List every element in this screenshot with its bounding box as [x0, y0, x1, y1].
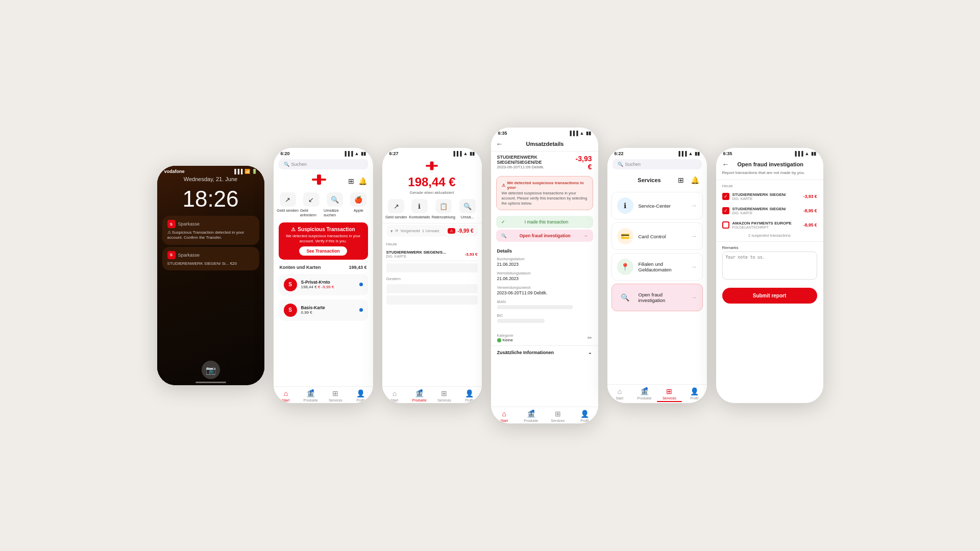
placeholder-row-2: [386, 284, 478, 293]
accounts-total: 199,43 €: [349, 265, 366, 270]
battery-icon: 🔋: [252, 169, 257, 174]
action-apple[interactable]: 🍎 Apple: [347, 192, 370, 217]
fraud-checkbox-3[interactable]: [722, 221, 729, 229]
home-indicator: [195, 382, 226, 383]
notification-transaction[interactable]: S Sparkasse STUDIERENWERK SIEGEN/ Si... …: [162, 247, 259, 270]
phone-account-detail: 6:27 ▐▐▐ ▲ ▮▮ 198,44 € Gerade eben aktua…: [382, 148, 482, 403]
search-placeholder: Suchen: [291, 162, 307, 167]
fraud-checkbox-2[interactable]: ✓: [722, 207, 729, 214]
tab-produkte-5[interactable]: 🏦 Produkte: [632, 387, 657, 402]
account-basis-name: Basis-Karte: [301, 305, 355, 310]
search-label-5: Suchen: [625, 162, 641, 167]
zusatz-row[interactable]: Zusätzliche Informationen ⌄: [491, 345, 598, 359]
service-center-item[interactable]: ℹ Service-Center →: [611, 192, 703, 219]
tab-produkte[interactable]: 🏦 Produkte: [298, 389, 323, 402]
action-search-transactions[interactable]: 🔍 Umsätze suchen: [324, 192, 346, 217]
wifi-5: ▲: [689, 151, 693, 156]
status-bar-5: 6:22 ▐▐▐ ▲ ▮▮: [607, 148, 707, 157]
merchant-date: 2023-06-20T11:09 Debitk.: [497, 165, 573, 169]
tab-services[interactable]: ⊞ Services: [323, 389, 348, 402]
services-title: Services: [624, 177, 675, 183]
quick-actions: ↗ Geld senden ↙ Geld anfordern 🔍 Umsätze…: [274, 190, 373, 219]
tab-start-4[interactable]: ⌂ Start: [491, 410, 518, 422]
search-bar[interactable]: 🔍 Suchen: [279, 159, 368, 169]
action-send-money[interactable]: ↗ Geld senden: [277, 192, 299, 217]
edit-category-icon[interactable]: ✏: [587, 335, 592, 341]
action-request-money[interactable]: ↙ Geld anfordern: [300, 192, 323, 217]
bic-row: BIC: [497, 313, 592, 323]
filialen-item[interactable]: 📍 Filialen und Geldautomaten →: [611, 253, 703, 281]
kontodetails-label: Kontodetails: [409, 215, 430, 219]
bell-icon-5[interactable]: 🔔: [690, 174, 701, 186]
tab-produkte-4[interactable]: 🏦 Produkte: [518, 410, 545, 422]
action-umsaetze[interactable]: 🔍 Umsä...: [456, 199, 479, 219]
search-icon-fraud: 🔍: [501, 233, 507, 238]
signal-icon: ▐▐▐: [233, 169, 242, 174]
notification-suspicious[interactable]: S Sparkasse ⚠ Suspicious Transaction det…: [162, 216, 259, 245]
account-basis-karte[interactable]: S Basis-Karte 0,99 €: [279, 299, 368, 321]
fraud-tx-1[interactable]: ✓ STUDIERENWERK SIEGEN/ DIG. KARTE -3,93…: [716, 189, 823, 204]
fraud-warning-icon: ⚠: [502, 183, 505, 188]
divider-1: [382, 223, 482, 223]
bell-icon[interactable]: 🔔: [358, 177, 367, 185]
card-control-item[interactable]: 💳 Card Control →: [611, 222, 703, 250]
tab-produkte-3[interactable]: 🏦 Produkte: [407, 389, 432, 402]
merchant-amount: -3,93 €: [573, 155, 592, 171]
action-kontodetails[interactable]: ℹ Kontodetails: [408, 199, 431, 219]
back-arrow-6[interactable]: ←: [722, 160, 729, 168]
account-basis-amount: 0,99 €: [301, 310, 312, 315]
tab-start[interactable]: ⌂ Start: [274, 389, 299, 402]
merchant-info: STUDIERENWERK SIEGEN//SIEGEN/DE 2023-06-…: [491, 152, 598, 174]
details-section: Details Buchungsdatum 21.06.2023 Wertste…: [491, 245, 598, 330]
pinned-amount: -9,99 €: [457, 228, 473, 234]
phone-fraud-investigation: 6:35 ▐▐▐ ▲ ▮▮ ← Open fraud investigation…: [716, 148, 823, 403]
category-value: Keine: [503, 338, 513, 342]
tab-active-indicator: [657, 401, 682, 402]
tab-profil-4[interactable]: 👤 Profil: [571, 410, 598, 422]
search-bar-5[interactable]: 🔍 Suchen: [612, 159, 702, 169]
banner-body: We detected suspicious transactions in y…: [284, 234, 363, 244]
fraud-checkbox-1[interactable]: ✓: [722, 193, 729, 200]
fraud-tx-2[interactable]: ✓ STUDIERENWERK SIEGEN/ DIG. KARTE -8,95…: [716, 204, 823, 218]
camera-icon[interactable]: 📷: [202, 361, 220, 379]
transaction-item-1[interactable]: STUDIERENWERK SIEGEN/S... DIG. KARTE -3,…: [386, 247, 478, 261]
wertstellungsdatum-label: Wertstellungsdatum: [497, 271, 592, 276]
sparkasse-logo: [312, 174, 326, 187]
tab-services-5[interactable]: ⊞ Services: [657, 387, 682, 402]
qr-icon-5[interactable]: ⊞: [675, 174, 687, 186]
tab-profil-3[interactable]: 👤 Profil: [457, 389, 482, 402]
umsaetze-label: Umsä...: [461, 215, 474, 219]
tab-services-3[interactable]: ⊞ Services: [432, 389, 457, 402]
buchungsdatum-value: 21.06.2023: [497, 262, 592, 267]
filialen-icon: 📍: [617, 259, 633, 275]
chevron-down-icon: ⌄: [588, 350, 592, 355]
services-list: ℹ Service-Center → 💳 Card Control → 📍 Fi…: [607, 188, 707, 384]
notif-app-name-2: Sparkasse: [178, 253, 200, 258]
notif-transaction-body: STUDIERENWERK SIEGEN/ Si... €20: [167, 261, 254, 266]
remarks-input[interactable]: [722, 252, 817, 280]
made-this-transaction-btn[interactable]: ✓ I made this transaction: [496, 216, 593, 228]
tab-services-4[interactable]: ⊞ Services: [545, 410, 572, 422]
iban-value-placeholder: [497, 305, 573, 309]
see-transaction-button[interactable]: See Transaction: [299, 246, 347, 256]
verwendungszweck-value: 2023-06-20T11:09 Debitk.: [497, 290, 592, 295]
account-basis-dot: [359, 308, 363, 312]
verwendungszweck-label: Verwendungszweck: [497, 285, 592, 290]
fraud-tx-3[interactable]: AMAZON PAYMENTS EUROPE FOLGELASTSCHRIFT …: [716, 218, 823, 232]
back-arrow-4[interactable]: ←: [496, 140, 503, 148]
submit-btn-wrap: Submit report: [716, 284, 823, 308]
fraud-icon: 🔍: [617, 289, 633, 306]
submit-report-button[interactable]: Submit report: [722, 288, 817, 304]
account-privat[interactable]: S S-Privat-K•nto 198,44 € € -9,99 €: [279, 274, 368, 295]
qr-icon[interactable]: ⊞: [348, 177, 354, 185]
action-ratenzahlung[interactable]: 📋 Ratenzahlung: [432, 199, 455, 219]
tab-start-5[interactable]: ⌂ Start: [607, 387, 632, 402]
details-label: Details: [497, 248, 592, 254]
tab-profil[interactable]: 👤 Profil: [348, 389, 373, 402]
tab-start-3[interactable]: ⌂ Start: [382, 389, 407, 402]
open-fraud-investigation-btn[interactable]: 🔍 Open fraud investigation →: [496, 230, 593, 242]
tab-profil-5[interactable]: 👤 Profil: [682, 387, 707, 402]
open-fraud-item[interactable]: 🔍 Open fraud investigation →: [611, 284, 703, 311]
lock-date: Wednesday, 21. June: [157, 176, 264, 182]
action-geld-senden[interactable]: ↗ Geld senden: [385, 199, 408, 219]
